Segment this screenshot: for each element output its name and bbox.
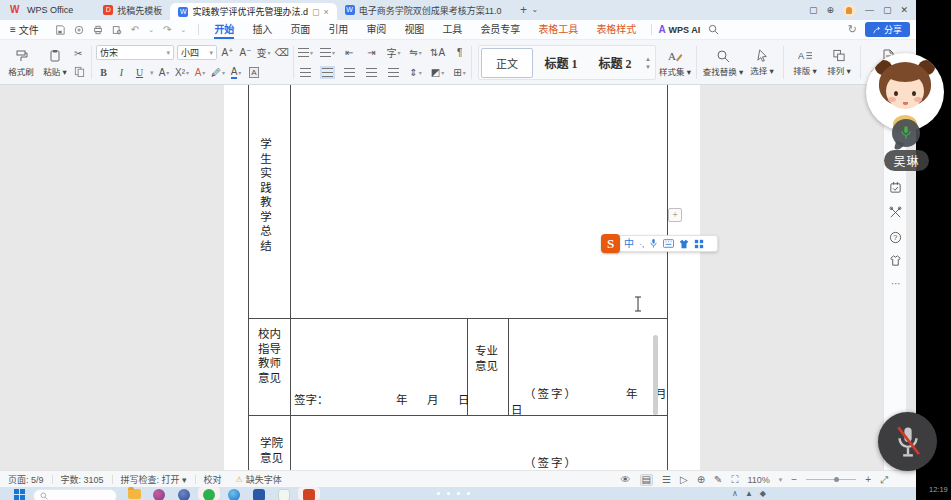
print-preview-icon[interactable] (112, 25, 122, 35)
format-painter-button[interactable]: 格式刷 (4, 43, 38, 82)
find-replace-button[interactable]: 查找替换 ▾ (701, 43, 745, 82)
style-heading2[interactable]: 标题 2 (589, 48, 641, 78)
strikethrough-button[interactable]: A▾ (157, 65, 172, 80)
powerpoint-app-icon[interactable] (303, 489, 315, 500)
tab-close-icon[interactable]: × (323, 7, 328, 17)
ime-voice-icon[interactable] (649, 238, 658, 249)
sort-icon[interactable]: ⇅A (430, 45, 445, 60)
skin-icon[interactable] (889, 254, 903, 268)
firefox-icon[interactable] (153, 489, 165, 500)
document-area[interactable]: 学生实践教学总结 校内指导教师意见 签字： 年 月 日 专业意见 （签字） 年 … (0, 85, 916, 470)
style-heading1[interactable]: 标题 1 (535, 48, 587, 78)
highlight-color-button[interactable]: 🖉▾ (211, 65, 226, 80)
decrease-font-icon[interactable]: A⁻ (238, 45, 253, 60)
ime-toolbox-icon[interactable] (694, 239, 704, 249)
cut-icon[interactable]: ✂ (74, 48, 85, 60)
italic-button[interactable]: I (114, 65, 129, 80)
tab-docer-template[interactable]: D 找稿先模板 (95, 0, 170, 20)
maximize-restore-button[interactable]: ▢ (883, 6, 892, 15)
tab-list-chevron-icon[interactable]: ⌄ (532, 5, 544, 15)
style-normal[interactable]: 正文 (481, 48, 533, 78)
menu-tools[interactable]: 工具 (433, 20, 471, 40)
menu-review[interactable]: 审阅 (357, 20, 395, 40)
clear-format-icon[interactable]: ⌫ (274, 45, 289, 60)
file-explorer-icon[interactable] (128, 489, 141, 499)
line-spacing-icon[interactable]: ⇕▾ (408, 65, 423, 80)
workspace-icon[interactable]: ▢ (809, 6, 818, 15)
text-effects-button[interactable]: A▾ (193, 65, 208, 80)
wps-ai-button[interactable]: WPS AI (669, 25, 701, 35)
menu-table-tools[interactable]: 表格工具 (529, 20, 587, 40)
select-button[interactable]: 选择 ▾ (745, 43, 779, 82)
save-icon[interactable] (55, 25, 65, 35)
sogou-logo-icon[interactable]: S (601, 234, 620, 253)
ime-symbol-icon[interactable]: ·, (639, 239, 644, 249)
vertical-scrollbar[interactable] (653, 335, 658, 415)
word-app-icon[interactable] (253, 489, 265, 500)
copy-icon[interactable] (74, 66, 85, 77)
fit-page-icon[interactable]: ⛶ (731, 475, 738, 485)
numbered-list-icon[interactable]: ▾ (320, 45, 335, 60)
style-set-button[interactable]: A 样式集 ▾ (658, 43, 692, 82)
participant-mic-indicator[interactable] (892, 119, 920, 147)
zoom-slider-thumb[interactable] (834, 477, 839, 482)
search-icon[interactable] (708, 24, 719, 35)
spell-check[interactable]: 拼写检查: 打开 ▾ (121, 473, 187, 486)
justify-icon[interactable] (364, 65, 379, 80)
zoom-chevron-icon[interactable]: ▾ (779, 476, 783, 484)
menu-insert[interactable]: 插入 (243, 20, 281, 40)
character-shading-button[interactable]: A (247, 65, 262, 80)
proofread-button[interactable]: 校对 (204, 473, 222, 486)
ime-toolbar[interactable]: S 中 ·, (603, 235, 718, 252)
font-color-button[interactable]: A▾ (229, 65, 244, 80)
underline-button[interactable]: U (132, 65, 147, 80)
paste-button[interactable]: 粘贴 ▾ (38, 43, 72, 82)
menu-reference[interactable]: 引用 (319, 20, 357, 40)
settings-globe-icon[interactable]: ⊕ (826, 6, 834, 15)
zoom-in-button[interactable]: + (865, 475, 871, 485)
ime-skin-icon[interactable] (679, 239, 689, 249)
phonetic-guide-icon[interactable]: 变▾ (256, 45, 271, 60)
browser-icon[interactable] (178, 489, 190, 500)
tab-document-active[interactable]: W 实践教学评优评先管理办法.d ◻ × (170, 3, 336, 20)
align-left-icon[interactable] (298, 65, 313, 80)
wechat-icon[interactable] (203, 489, 215, 500)
play-view-icon[interactable]: ▷ (680, 475, 688, 485)
zoom-out-button[interactable]: − (791, 475, 797, 485)
decrease-indent-icon[interactable]: ⇤ (342, 45, 357, 60)
more-icon[interactable]: ⋯ (889, 278, 903, 292)
align-center-icon[interactable] (320, 65, 335, 80)
output-icon[interactable] (74, 25, 84, 35)
help-icon[interactable]: ? (889, 231, 903, 245)
menu-home[interactable]: 开始 (205, 20, 243, 40)
tab-comment-icon[interactable]: ◻ (312, 7, 319, 17)
print-icon[interactable] (93, 25, 103, 35)
notification-bell-icon[interactable] (843, 4, 856, 17)
font-size-select[interactable]: 小四▾ (177, 45, 217, 60)
new-tab-button[interactable]: + (516, 5, 532, 15)
menu-member[interactable]: 会员专享 (471, 20, 529, 40)
close-button[interactable]: ✕ (900, 6, 908, 15)
font-name-select[interactable]: 仿宋▾ (96, 45, 174, 60)
minimize-button[interactable]: — (865, 6, 874, 15)
wps-logo-icon[interactable]: W (10, 5, 23, 15)
missing-font-alert[interactable]: 缺失字体 (246, 473, 282, 486)
toolbar-customize-chevron-icon[interactable]: ⌄ (181, 26, 187, 34)
mute-microphone-button[interactable] (878, 412, 937, 471)
increase-indent-icon[interactable]: ⇥ (364, 45, 379, 60)
undo-icon[interactable]: ↶ (131, 24, 139, 35)
word-count[interactable]: 字数: 3105 (61, 473, 104, 486)
show-marks-icon[interactable]: ¶ (452, 45, 467, 60)
undo-chevron-icon[interactable]: ⌄ (148, 26, 154, 34)
zoom-level[interactable]: 110% (747, 475, 769, 485)
redo-icon[interactable]: ↷ (163, 24, 171, 35)
table-add-column-button[interactable]: + (668, 208, 682, 222)
tab-document-2[interactable]: W 电子商务学院双创成果考核方案11.0 (337, 0, 510, 20)
edge-icon[interactable] (228, 489, 240, 500)
web-view-icon[interactable]: ⊕ (697, 475, 705, 485)
bullet-list-icon[interactable]: ▾ (298, 45, 313, 60)
bold-button[interactable]: B (96, 65, 111, 80)
eye-protect-icon[interactable]: 👁 (621, 475, 631, 485)
pen-annotate-icon[interactable]: ✎ (714, 475, 722, 485)
align-right-icon[interactable] (342, 65, 357, 80)
